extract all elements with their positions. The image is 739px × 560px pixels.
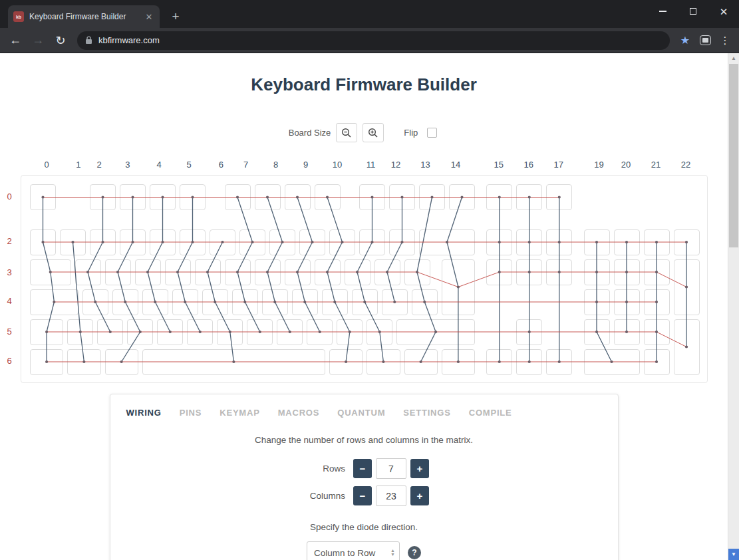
key[interactable] — [30, 349, 63, 375]
key[interactable] — [359, 229, 385, 255]
key[interactable] — [165, 259, 191, 285]
key[interactable] — [345, 259, 370, 285]
key[interactable] — [584, 259, 610, 285]
menu-button[interactable]: ⋮ — [715, 29, 735, 52]
key[interactable] — [442, 259, 475, 315]
key[interactable] — [30, 319, 63, 345]
key[interactable] — [187, 319, 213, 345]
scrollbar-up-icon[interactable]: ▲ — [728, 53, 739, 64]
key[interactable] — [255, 259, 281, 285]
key[interactable] — [329, 229, 355, 255]
browser-tab[interactable]: kb Keyboard Firmware Builder ✕ — [8, 5, 160, 28]
key[interactable] — [262, 289, 288, 315]
key[interactable] — [674, 259, 700, 315]
key[interactable] — [172, 289, 198, 315]
key[interactable] — [195, 259, 221, 285]
key[interactable] — [404, 349, 438, 375]
zoom-in-button[interactable] — [363, 123, 384, 142]
key[interactable] — [614, 259, 640, 285]
key[interactable] — [389, 184, 415, 210]
key[interactable] — [546, 184, 572, 210]
tab-quantum[interactable]: QUANTUM — [337, 408, 385, 418]
key[interactable] — [516, 349, 542, 375]
key[interactable] — [180, 229, 206, 255]
key[interactable] — [516, 184, 542, 210]
key[interactable] — [389, 229, 415, 255]
minimize-button[interactable] — [647, 0, 678, 23]
key[interactable] — [449, 184, 475, 210]
close-button[interactable]: ✕ — [708, 0, 739, 23]
key[interactable] — [584, 349, 640, 375]
key[interactable] — [150, 184, 176, 210]
key[interactable] — [367, 349, 400, 375]
key[interactable] — [90, 229, 116, 255]
key[interactable] — [30, 289, 78, 315]
columns-decrement-button[interactable]: − — [353, 486, 372, 505]
key[interactable] — [584, 319, 610, 345]
tab-compile[interactable]: COMPILE — [469, 408, 512, 418]
key[interactable] — [225, 184, 251, 210]
key[interactable] — [269, 229, 295, 255]
page-scrollbar[interactable]: ▲ ▼ — [728, 53, 739, 560]
key[interactable] — [442, 349, 475, 375]
key[interactable] — [307, 319, 333, 345]
key[interactable] — [367, 319, 392, 345]
key[interactable] — [486, 184, 512, 210]
key[interactable] — [90, 184, 116, 210]
key[interactable] — [315, 184, 341, 210]
key[interactable] — [105, 349, 138, 375]
key[interactable] — [30, 259, 71, 285]
new-tab-button[interactable]: + — [168, 9, 184, 25]
key[interactable] — [210, 229, 235, 255]
tab-wiring[interactable]: WIRING — [126, 408, 162, 418]
back-button[interactable]: ← — [4, 29, 27, 52]
key[interactable] — [614, 319, 640, 345]
help-icon[interactable]: ? — [408, 546, 421, 559]
key[interactable] — [644, 289, 670, 315]
zoom-out-button[interactable] — [336, 123, 357, 142]
key[interactable] — [157, 319, 183, 345]
key[interactable] — [412, 289, 438, 315]
key[interactable] — [486, 349, 512, 375]
key[interactable] — [419, 184, 445, 210]
key[interactable] — [30, 229, 56, 255]
key[interactable] — [75, 259, 101, 285]
key[interactable] — [644, 259, 670, 285]
reload-button[interactable]: ↻ — [49, 29, 72, 52]
scrollbar-thumb[interactable] — [729, 64, 738, 247]
key[interactable] — [516, 319, 542, 345]
address-bar[interactable]: kbfirmware.com — [77, 31, 670, 50]
key[interactable] — [127, 319, 153, 345]
key[interactable] — [180, 184, 206, 210]
key[interactable] — [674, 319, 700, 375]
key[interactable] — [67, 349, 100, 375]
rows-decrement-button[interactable]: − — [353, 459, 372, 478]
key[interactable] — [337, 319, 363, 345]
tab-pins[interactable]: PINS — [180, 408, 202, 418]
maximize-button[interactable] — [678, 0, 708, 23]
tab-settings[interactable]: SETTINGS — [403, 408, 450, 418]
scrollbar-down-icon[interactable]: ▼ — [728, 549, 739, 560]
key[interactable] — [97, 319, 123, 345]
key[interactable] — [277, 319, 303, 345]
key[interactable] — [239, 229, 265, 255]
key[interactable] — [486, 229, 512, 255]
extension-button[interactable] — [695, 29, 715, 52]
key[interactable] — [247, 319, 273, 345]
key[interactable] — [285, 259, 311, 285]
key[interactable] — [516, 229, 542, 255]
key[interactable] — [546, 259, 572, 285]
key[interactable] — [546, 349, 572, 375]
key[interactable] — [644, 229, 670, 255]
key[interactable] — [404, 259, 430, 285]
key[interactable] — [67, 319, 93, 345]
rows-increment-button[interactable]: + — [410, 459, 429, 478]
key[interactable] — [644, 319, 670, 345]
key[interactable] — [142, 289, 168, 315]
key[interactable] — [112, 289, 138, 315]
key[interactable] — [674, 229, 700, 255]
key[interactable] — [255, 184, 281, 210]
tab-macros[interactable]: MACROS — [278, 408, 320, 418]
key[interactable] — [359, 184, 385, 210]
rows-input[interactable] — [376, 458, 406, 479]
